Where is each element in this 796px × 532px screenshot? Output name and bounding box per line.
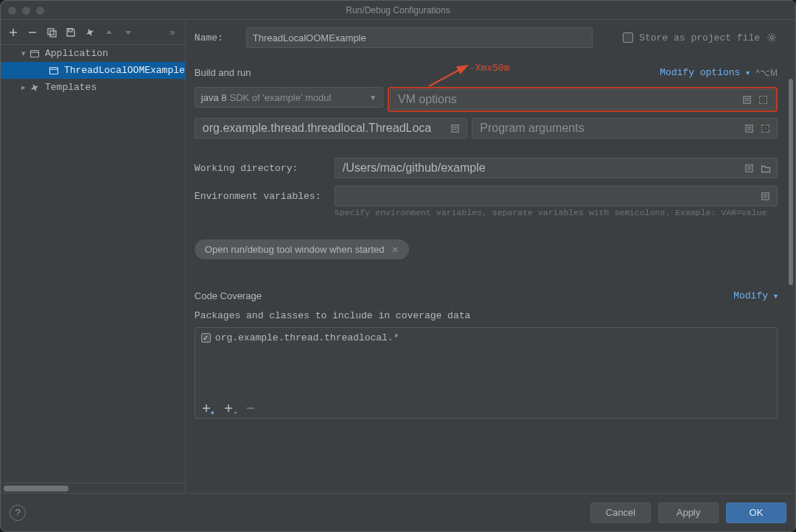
tree-label: Application (45, 48, 108, 59)
coverage-modify-link[interactable]: Modify (733, 290, 768, 301)
sdk-select[interactable]: java 8 SDK of 'example' modul ▼ (195, 87, 383, 108)
svg-rect-17 (452, 125, 458, 131)
add-config-button[interactable] (7, 26, 20, 39)
tree-node-threadlocal-oom[interactable]: ThreadLocalOOMExample (1, 62, 185, 79)
copy-config-button[interactable] (45, 26, 58, 39)
scrollbar-thumb[interactable] (4, 486, 69, 491)
svg-rect-20 (746, 125, 753, 131)
sidebar-expand-button[interactable]: » (166, 26, 179, 39)
config-tree[interactable]: ▾ Application ThreadLocalOOMExample ▸ (1, 45, 185, 483)
chip-label: Open run/debug tool window when started (205, 244, 385, 255)
move-down-button[interactable] (122, 26, 135, 39)
sdk-value: java 8 (201, 92, 227, 103)
move-up-button[interactable] (102, 26, 116, 39)
chevron-down-icon: ▾ (746, 69, 750, 77)
sdk-vm-row: java 8 SDK of 'example' modul ▼ VM optio… (195, 87, 778, 112)
sidebar-hscroll[interactable] (1, 483, 185, 493)
section-build-and-run: Build and run Modify options ▾ ^⌥M (195, 67, 778, 78)
expand-icon[interactable] (758, 95, 770, 105)
vm-options-input[interactable]: VM options (390, 89, 775, 110)
history-icon[interactable] (742, 95, 754, 105)
svg-point-12 (770, 36, 773, 39)
section-title: Build and run (195, 67, 251, 78)
store-options-gear-icon[interactable] (766, 32, 778, 43)
section-code-coverage: Code Coverage Modify ▾ (195, 290, 778, 301)
zoom-window-dot[interactable] (36, 7, 44, 15)
save-config-button[interactable] (64, 26, 77, 39)
dialog-body: » ▾ Application ThreadLocalOOMExample (1, 20, 795, 493)
section-title: Code Coverage (195, 290, 262, 301)
open-tool-window-chip[interactable]: Open run/debug tool window when started … (195, 239, 410, 259)
remove-config-button[interactable] (26, 26, 39, 39)
content-vscroll-thumb[interactable] (789, 79, 793, 285)
name-field[interactable]: ThreadLocalOOMExample (246, 27, 593, 48)
expand-icon[interactable] (761, 124, 772, 133)
chevron-down-icon: ▾ (774, 292, 778, 300)
coverage-include-label: Packages and classes to include in cover… (195, 310, 778, 321)
chevron-down-icon: ▼ (369, 94, 377, 102)
vm-options-highlight: VM options (388, 87, 778, 112)
env-vars-input[interactable] (335, 186, 778, 206)
name-label: Name: (195, 32, 246, 43)
checkbox-icon (623, 32, 633, 43)
field-icon-group (744, 124, 772, 133)
close-window-dot[interactable] (8, 7, 16, 15)
apply-label: Apply (677, 507, 701, 518)
store-as-project-file-checkbox[interactable]: Store as project file (623, 32, 760, 43)
svg-rect-8 (31, 50, 39, 57)
field-icon-group (761, 192, 772, 201)
svg-rect-3 (48, 29, 54, 35)
edit-templates-button[interactable] (83, 26, 97, 39)
sdk-module-hint: SDK of 'example' modul (230, 92, 332, 103)
svg-rect-23 (746, 164, 753, 171)
chevron-right-icon: ▸ (18, 83, 29, 92)
working-directory-label: Working directory: (195, 163, 335, 174)
browse-folder-icon[interactable] (761, 164, 772, 173)
chip-close-icon[interactable]: ✕ (391, 245, 399, 255)
main-class-input[interactable]: org.example.thread.threadlocal.ThreadLoc… (195, 118, 467, 139)
history-icon[interactable] (744, 164, 756, 173)
coverage-list-item[interactable]: ✓ org.example.thread.threadlocal.* (201, 332, 771, 343)
vm-options-placeholder: VM options (398, 93, 457, 106)
modify-options-link[interactable]: Modify options (660, 67, 740, 78)
svg-marker-6 (106, 30, 112, 34)
coverage-include-list[interactable]: ✓ org.example.thread.threadlocal.* ● ▪ (195, 327, 778, 419)
coverage-toolbar: ● ▪ (200, 402, 257, 415)
coverage-remove-button[interactable] (244, 402, 257, 415)
coverage-add-class-button[interactable]: ● (200, 402, 213, 415)
cancel-button[interactable]: Cancel (590, 503, 651, 523)
svg-rect-5 (69, 29, 72, 32)
field-icon-group (450, 124, 462, 133)
history-icon[interactable] (450, 124, 462, 133)
cancel-label: Cancel (606, 507, 635, 518)
history-icon[interactable] (761, 192, 772, 201)
config-sidebar: » ▾ Application ThreadLocalOOMExample (1, 20, 186, 493)
program-arguments-input[interactable]: Program arguments (472, 118, 778, 139)
svg-marker-7 (125, 31, 131, 35)
name-row: Name: ThreadLocalOOMExample Store as pro… (195, 27, 778, 48)
tree-node-application[interactable]: ▾ Application (1, 45, 185, 62)
window-controls (8, 1, 44, 20)
ok-label: OK (750, 507, 764, 518)
apply-button[interactable]: Apply (658, 503, 719, 523)
config-form: Name: ThreadLocalOOMExample Store as pro… (186, 20, 795, 493)
main-class-value: org.example.thread.threadlocal.ThreadLoc… (203, 122, 431, 135)
coverage-item-label: org.example.thread.threadlocal.* (215, 332, 399, 343)
ok-button[interactable]: OK (726, 503, 786, 523)
field-icon-group (744, 164, 772, 173)
help-button[interactable]: ? (10, 505, 26, 521)
minimize-window-dot[interactable] (22, 7, 30, 15)
store-as-project-label: Store as project file (639, 32, 760, 43)
coverage-add-package-button[interactable]: ▪ (222, 402, 235, 415)
env-vars-label: Environment variables: (195, 191, 335, 202)
working-directory-input[interactable]: /Users/mac/github/example (335, 158, 778, 178)
name-value: ThreadLocalOOMExample (253, 32, 366, 43)
checkbox-checked-icon[interactable]: ✓ (201, 333, 211, 343)
tree-label: Templates (45, 82, 97, 93)
tree-node-templates[interactable]: ▸ Templates (1, 79, 185, 96)
run-debug-configurations-dialog: Run/Debug Configurations (0, 0, 796, 532)
field-icon-group (742, 95, 770, 105)
sidebar-toolbar: » (1, 20, 185, 45)
history-icon[interactable] (744, 124, 756, 133)
window-title: Run/Debug Configurations (346, 5, 450, 15)
